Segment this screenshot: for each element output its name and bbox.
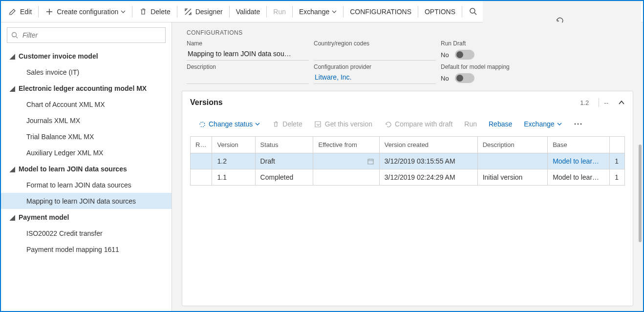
rebase-button[interactable]: Rebase — [484, 117, 517, 131]
separator — [38, 6, 39, 18]
tree-label: Format to learn JOIN data sources — [26, 181, 131, 189]
versions-title: Versions — [190, 98, 580, 107]
tree-node-payment-model[interactable]: ◢ Payment model — [1, 209, 172, 225]
tree-leaf[interactable]: Chart of Account XML MX — [1, 96, 172, 112]
more-actions-button[interactable] — [569, 117, 587, 131]
provider-link[interactable]: Litware, Inc. — [314, 71, 436, 84]
default-mapping-toggle[interactable] — [455, 73, 474, 83]
tree-leaf[interactable]: Trial Balance XML MX — [1, 128, 172, 145]
separator — [292, 6, 293, 18]
provider-label: Configuration provider — [314, 63, 436, 70]
search-icon — [469, 7, 477, 16]
col-effective-from[interactable]: Effective from — [313, 137, 379, 153]
tree-leaf-selected[interactable]: Mapping to learn JOIN data sources — [1, 193, 172, 209]
validate-button[interactable]: Validate — [231, 1, 266, 22]
chevron-down-icon — [557, 122, 562, 126]
tree-leaf[interactable]: Auxiliary Ledger XML MX — [1, 145, 172, 161]
create-configuration-button[interactable]: Create configuration — [40, 1, 131, 22]
download-icon — [314, 120, 322, 128]
caret-down-icon: ◢ — [10, 165, 17, 173]
cell-status: Draft — [255, 153, 313, 169]
attachments-button[interactable]: 0 — [552, 0, 568, 8]
cell-r — [191, 169, 212, 186]
change-status-label: Change status — [209, 120, 253, 128]
tree-label: Mapping to learn JOIN data sources — [26, 197, 136, 205]
cell-base[interactable]: Model to lear… — [548, 153, 610, 169]
table-row[interactable]: 1.1 Completed 3/12/2019 02:24:29 AM Init… — [191, 169, 625, 186]
tree-leaf[interactable]: Sales invoice (IT) — [1, 64, 172, 80]
description-field[interactable] — [187, 71, 309, 84]
cell-version: 1.1 — [212, 169, 255, 186]
separator — [266, 6, 267, 18]
col-description[interactable]: Description — [477, 137, 547, 153]
separator — [462, 6, 462, 18]
configurations-tab[interactable]: CONFIGURATIONS — [344, 1, 417, 22]
options-tab[interactable]: OPTIONS — [419, 1, 461, 22]
edit-button[interactable]: Edit — [3, 1, 37, 22]
country-codes-label: Country/region codes — [314, 40, 436, 47]
tree-label: Payment model mapping 1611 — [26, 246, 119, 253]
edit-label: Edit — [20, 8, 32, 16]
chevron-down-icon — [332, 9, 337, 14]
versions-current: 1.2 — [580, 99, 589, 106]
versions-exchange-button[interactable]: Exchange — [519, 117, 566, 131]
tree-leaf[interactable]: Journals XML MX — [1, 112, 172, 128]
change-status-button[interactable]: Change status — [193, 117, 265, 131]
collapse-button[interactable] — [618, 99, 625, 106]
col-version[interactable]: Version — [212, 137, 255, 153]
create-configuration-label: Create configuration — [57, 8, 118, 16]
scrollbar-thumb[interactable] — [639, 145, 642, 242]
col-base-num[interactable] — [610, 137, 625, 153]
cell-base[interactable]: Model to lear… — [548, 169, 610, 186]
exchange-label: Exchange — [299, 8, 329, 16]
details-form: Name Mapping to learn JOIN data sou… Cou… — [172, 40, 643, 91]
tree-leaf[interactable]: Payment model mapping 1611 — [1, 241, 172, 257]
tree-node-model-join[interactable]: ◢ Model to learn JOIN data sources — [1, 161, 172, 177]
plus-icon — [45, 7, 54, 16]
filter-container — [1, 27, 172, 47]
tree-node-electronic-ledger-mx[interactable]: ◢ Electronic ledger accounting model MX — [1, 80, 172, 96]
separator — [343, 6, 343, 18]
search-button[interactable] — [463, 1, 483, 22]
run-draft-toggle[interactable] — [455, 50, 474, 60]
section-heading: CONFIGURATIONS — [172, 22, 643, 40]
run-draft-label: Run Draft — [441, 40, 563, 47]
col-base[interactable]: Base — [548, 137, 610, 153]
tree-label: ISO20022 Credit transfer — [26, 229, 103, 237]
separator — [132, 6, 132, 18]
versions-card: Versions 1.2 -- Change status — [182, 91, 633, 306]
svg-point-3 — [577, 124, 579, 125]
svg-point-2 — [574, 124, 576, 125]
cell-created: 3/12/2019 03:15:55 AM — [379, 153, 477, 169]
col-r[interactable]: R… — [191, 137, 212, 153]
name-label: Name — [187, 40, 309, 47]
rebase-label: Rebase — [489, 120, 512, 128]
main-toolbar: Edit Create configuration Delete Designe… — [1, 1, 643, 22]
cell-effective-from[interactable] — [313, 169, 379, 186]
table-row[interactable]: 1.2 Draft 3/12/2019 03:15:55 AM — [191, 153, 625, 169]
tree-leaf[interactable]: Format to learn JOIN data sources — [1, 177, 172, 193]
trash-icon — [139, 7, 148, 16]
cell-description: Initial version — [477, 169, 547, 186]
filter-input[interactable] — [21, 31, 161, 40]
name-field[interactable]: Mapping to learn JOIN data sou… — [187, 48, 309, 61]
filter-box[interactable] — [7, 27, 166, 43]
country-codes-field[interactable] — [314, 48, 436, 61]
cell-effective-from[interactable] — [313, 153, 379, 169]
tree-node-customer-invoice-model[interactable]: ◢ Customer invoice model — [1, 48, 172, 64]
versions-run-button: Run — [459, 117, 482, 131]
calendar-icon[interactable] — [367, 158, 374, 165]
versions-header: Versions 1.2 -- — [182, 91, 633, 114]
col-status[interactable]: Status — [255, 137, 313, 153]
exchange-button[interactable]: Exchange — [294, 1, 342, 22]
designer-button[interactable]: Designer — [178, 1, 228, 22]
svg-point-4 — [580, 124, 581, 125]
tree-leaf[interactable]: ISO20022 Credit transfer — [1, 225, 172, 241]
delete-button[interactable]: Delete — [133, 1, 175, 22]
tree-label: Electronic ledger accounting model MX — [19, 84, 147, 92]
versions-delete-button: Delete — [267, 117, 307, 131]
tree-label: Auxiliary Ledger XML MX — [26, 149, 103, 157]
versions-table: R… Version Status Effective from Version… — [190, 136, 625, 186]
compare-label: Compare with draft — [395, 120, 452, 128]
col-version-created[interactable]: Version created — [379, 137, 477, 153]
